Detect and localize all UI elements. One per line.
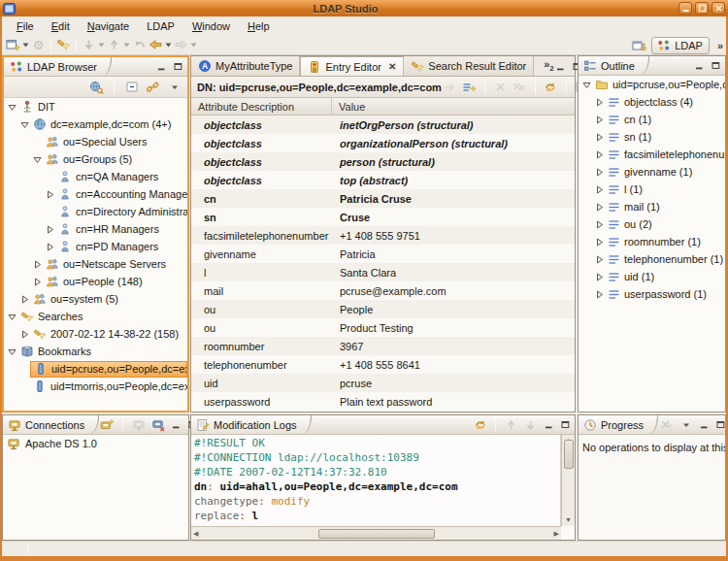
- tree-item-content[interactable]: uid=pcruse,ou=People,dc=ex: [592, 77, 725, 93]
- tree-item[interactable]: uid (1): [579, 268, 725, 285]
- window-maximize-button[interactable]: [695, 2, 709, 15]
- attribute-row[interactable]: userpasswordPlain text password: [191, 392, 575, 411]
- menu-edit[interactable]: Edit: [43, 18, 79, 34]
- attribute-row[interactable]: uidpcruse: [191, 374, 575, 392]
- tree-item-content[interactable]: sn (1): [605, 129, 725, 146]
- attribute-row[interactable]: roomnumber3967: [191, 337, 575, 355]
- tree-item[interactable]: cn=PD Managers: [4, 238, 187, 255]
- scrollbar-thumb[interactable]: [564, 440, 574, 469]
- expand-arrow-icon[interactable]: [594, 273, 605, 281]
- next-annotation-dropdown[interactable]: [97, 36, 106, 53]
- scrollbar-thumb[interactable]: [318, 529, 435, 539]
- tree-item[interactable]: uid=pcruse,ou=People,dc=ex: [579, 76, 725, 93]
- expand-arrow-icon[interactable]: [594, 116, 605, 124]
- tree-item[interactable]: facsimiletelephonenumber: [579, 146, 725, 163]
- attribute-row[interactable]: facsimiletelephonenumber+1 408 555 9751: [191, 226, 575, 245]
- attribute-row[interactable]: objectclasstop (abstract): [191, 171, 575, 189]
- tree-item[interactable]: cn=Accounting Managers: [4, 185, 187, 203]
- tree-item-content[interactable]: roomnumber (1): [605, 234, 725, 250]
- back-icon[interactable]: [148, 36, 164, 53]
- expand-arrow-icon[interactable]: [19, 330, 30, 339]
- tree-item[interactable]: 2007-02-12 14-38-22 (158): [4, 325, 187, 343]
- menu-window[interactable]: Window: [183, 18, 239, 34]
- minimize-editor-button[interactable]: [554, 60, 568, 73]
- tree-item[interactable]: givenname (1): [579, 163, 725, 181]
- maximize-view-button[interactable]: [709, 59, 722, 72]
- tree-item[interactable]: l (1): [579, 181, 725, 198]
- view-menu-icon[interactable]: [678, 416, 694, 434]
- collapse-arrow-icon[interactable]: [7, 313, 17, 321]
- tree-item[interactable]: objectclass (4): [579, 93, 725, 111]
- forward-dropdown[interactable]: [189, 36, 198, 53]
- tree-item-content[interactable]: facsimiletelephonenumber: [605, 147, 725, 163]
- tree-item[interactable]: telephonenumber (1): [579, 250, 725, 268]
- outline-title-tab[interactable]: Outline: [579, 56, 649, 75]
- minimize-view-button[interactable]: [169, 418, 182, 431]
- attribute-row[interactable]: givennamePatricia: [191, 245, 575, 263]
- attribute-row[interactable]: cnPatricia Cruse: [191, 189, 575, 208]
- minimize-view-button[interactable]: [542, 418, 555, 431]
- new-connection-icon[interactable]: [99, 416, 116, 434]
- tree-item[interactable]: DIT: [4, 98, 187, 116]
- tree-item-content[interactable]: cn=QA Managers: [55, 169, 187, 185]
- tree-item[interactable]: ou (2): [579, 215, 725, 233]
- tree-item-content[interactable]: ou=Netscape Servers: [43, 256, 187, 273]
- tree-item[interactable]: dc=example,dc=com (4+): [4, 116, 187, 133]
- tree-item-content[interactable]: ou (2): [605, 216, 725, 233]
- menu-file[interactable]: File: [8, 18, 43, 34]
- previous-annotation-dropdown[interactable]: [122, 36, 131, 53]
- vertical-scrollbar[interactable]: ▲ ▼: [561, 435, 575, 526]
- expand-arrow-icon[interactable]: [594, 185, 605, 194]
- tree-item[interactable]: roomnumber (1): [579, 233, 725, 250]
- attribute-row[interactable]: lSanta Clara: [191, 263, 575, 281]
- progress-title-tab[interactable]: Progress: [579, 415, 658, 434]
- tree-item-content[interactable]: Searches: [17, 309, 187, 325]
- editor-tab-overflow-chevron[interactable]: »2: [544, 58, 554, 73]
- back-dropdown[interactable]: [164, 36, 173, 53]
- attribute-row[interactable]: objectclassorganizationalPerson (structu…: [191, 134, 575, 152]
- expand-arrow-icon[interactable]: [594, 290, 605, 299]
- tree-item-content[interactable]: cn=HR Managers: [55, 221, 187, 238]
- new-wizard-dropdown[interactable]: [21, 36, 30, 53]
- collapse-arrow-icon[interactable]: [7, 103, 17, 112]
- expand-arrow-icon[interactable]: [594, 220, 605, 229]
- maximize-view-button[interactable]: [713, 418, 727, 431]
- tree-item-content[interactable]: telephonenumber (1): [605, 251, 725, 268]
- tree-item-content[interactable]: mail (1): [605, 199, 725, 215]
- expand-arrow-icon[interactable]: [45, 243, 55, 251]
- collapse-arrow-icon[interactable]: [581, 81, 592, 89]
- editor-tab-myattributetype[interactable]: AMyAttributeType: [191, 56, 300, 76]
- tree-item-content[interactable]: cn=Accounting Managers: [55, 186, 187, 203]
- ldap-browser-title-tab[interactable]: LDAP Browser: [4, 57, 112, 76]
- expand-arrow-icon[interactable]: [594, 168, 605, 177]
- tree-item-content[interactable]: userpassword (1): [605, 286, 725, 303]
- collapse-arrow-icon[interactable]: [19, 120, 30, 129]
- menu-navigate[interactable]: Navigate: [79, 18, 138, 34]
- search-icon[interactable]: [55, 36, 72, 53]
- close-connection-icon[interactable]: [149, 416, 166, 434]
- attribute-row[interactable]: mailpcruse@example.com: [191, 281, 575, 300]
- window-minimize-button[interactable]: [678, 2, 692, 15]
- collapse-arrow-icon[interactable]: [32, 155, 43, 164]
- expand-arrow-icon[interactable]: [594, 98, 605, 107]
- tree-item[interactable]: sn (1): [579, 128, 725, 146]
- refresh-icon[interactable]: [472, 416, 488, 434]
- tree-item-content[interactable]: ou=Groups (5): [43, 151, 187, 168]
- tree-item-content[interactable]: ou=People (148): [43, 274, 187, 290]
- open-perspective-icon[interactable]: [631, 37, 647, 54]
- attribute-row[interactable]: objectclassinetOrgPerson (structural): [191, 116, 575, 134]
- attribute-row[interactable]: ouProduct Testing: [191, 318, 575, 337]
- expand-arrow-icon[interactable]: [45, 225, 55, 234]
- tree-item[interactable]: userpassword (1): [579, 285, 725, 303]
- attribute-row[interactable]: telephonenumber+1 408 555 8641: [191, 355, 575, 374]
- tree-item-content[interactable]: cn=Directory Administrators: [55, 204, 187, 220]
- window-close-button[interactable]: [711, 2, 725, 15]
- refresh-icon[interactable]: [543, 79, 559, 96]
- tree-item[interactable]: cn=Directory Administrators: [4, 203, 187, 220]
- collapse-arrow-icon[interactable]: [7, 347, 17, 356]
- expand-arrow-icon[interactable]: [594, 133, 605, 142]
- attribute-row[interactable]: ouPeople: [191, 300, 575, 318]
- minimize-view-button[interactable]: [692, 59, 706, 72]
- editor-tab-search-result-editor[interactable]: Search Result Editor: [404, 56, 534, 76]
- expand-arrow-icon[interactable]: [19, 295, 30, 304]
